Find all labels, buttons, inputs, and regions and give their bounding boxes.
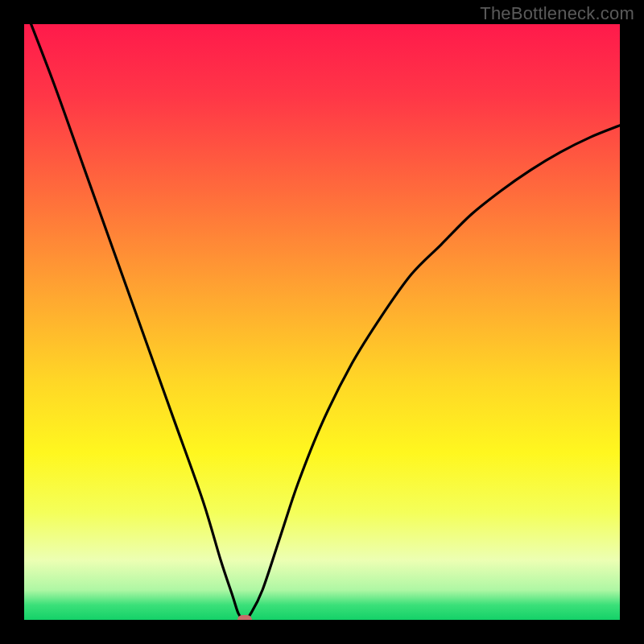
plot-area [24,24,620,620]
optimal-point-marker [237,615,252,620]
bottleneck-curve [24,24,620,620]
attribution-text: TheBottleneck.com [480,3,634,24]
chart-frame: TheBottleneck.com [0,0,644,644]
